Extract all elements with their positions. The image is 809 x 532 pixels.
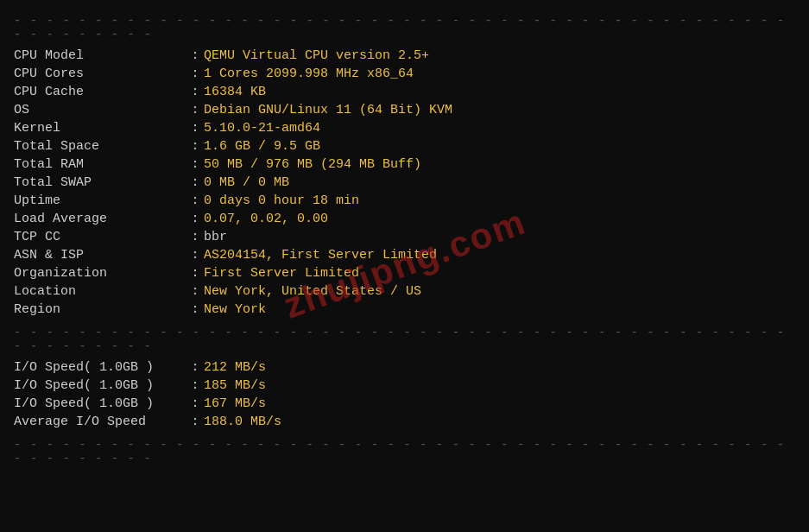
row-value: Debian GNU/Linux 11 (64 Bit) KVM — [204, 101, 795, 119]
row-label: CPU Model — [14, 47, 186, 65]
row-colon: : — [186, 228, 204, 246]
table-row: Region:New York — [14, 301, 795, 319]
row-value: 1 Cores 2099.998 MHz x86_64 — [204, 65, 795, 83]
table-row: Organization:First Server Limited — [14, 264, 795, 282]
row-label: Organization — [14, 264, 186, 282]
table-row: CPU Cores:1 Cores 2099.998 MHz x86_64 — [14, 65, 795, 83]
row-value: New York — [204, 301, 795, 319]
row-label: Uptime — [14, 192, 186, 210]
row-value: New York, United States / US — [204, 282, 795, 301]
row-label: ASN & ISP — [14, 246, 186, 264]
table-row: ASN & ISP:AS204154, First Server Limited — [14, 246, 795, 264]
io-row-label: Average I/O Speed — [14, 413, 186, 431]
table-row: Kernel:5.10.0-21-amd64 — [14, 119, 795, 137]
io-row-colon: : — [186, 377, 204, 395]
io-row-value: 212 MB/s — [204, 358, 795, 377]
table-row: CPU Cache:16384 KB — [14, 83, 795, 101]
table-row: Total RAM:50 MB / 976 MB (294 MB Buff) — [14, 155, 795, 174]
row-colon: : — [186, 192, 204, 210]
table-row: TCP CC:bbr — [14, 228, 795, 246]
row-value: 50 MB / 976 MB (294 MB Buff) — [204, 155, 795, 174]
row-colon: : — [186, 246, 204, 264]
row-value: 5.10.0-21-amd64 — [204, 119, 795, 137]
row-colon: : — [186, 47, 204, 65]
io-row-colon: : — [186, 413, 204, 431]
io-row: I/O Speed( 1.0GB ):212 MB/s — [14, 358, 795, 377]
io-row-label: I/O Speed( 1.0GB ) — [14, 358, 186, 377]
row-colon: : — [186, 301, 204, 319]
table-row: Load Average:0.07, 0.02, 0.00 — [14, 210, 795, 228]
row-value: bbr — [204, 228, 795, 246]
io-row: I/O Speed( 1.0GB ):185 MB/s — [14, 377, 795, 395]
row-colon: : — [186, 101, 204, 119]
row-label: Load Average — [14, 210, 186, 228]
table-row: CPU Model:QEMU Virtual CPU version 2.5+ — [14, 47, 795, 65]
row-value: 1.6 GB / 9.5 GB — [204, 137, 795, 155]
row-value: First Server Limited — [204, 264, 795, 282]
divider-mid: - - - - - - - - - - - - - - - - - - - - … — [14, 326, 795, 353]
row-label: CPU Cache — [14, 83, 186, 101]
row-label: Total RAM — [14, 155, 186, 174]
row-colon: : — [186, 174, 204, 192]
row-label: Location — [14, 282, 186, 301]
table-row: Total SWAP:0 MB / 0 MB — [14, 174, 795, 192]
row-colon: : — [186, 83, 204, 101]
io-row-colon: : — [186, 358, 204, 377]
row-value: QEMU Virtual CPU version 2.5+ — [204, 47, 795, 65]
row-value: 0 days 0 hour 18 min — [204, 192, 795, 210]
io-row: I/O Speed( 1.0GB ):167 MB/s — [14, 395, 795, 413]
io-row-value: 167 MB/s — [204, 395, 795, 413]
row-label: Total SWAP — [14, 174, 186, 192]
row-colon: : — [186, 119, 204, 137]
row-label: Region — [14, 301, 186, 319]
row-colon: : — [186, 155, 204, 174]
io-row-value: 188.0 MB/s — [204, 413, 795, 431]
io-row-value: 185 MB/s — [204, 377, 795, 395]
row-colon: : — [186, 264, 204, 282]
row-colon: : — [186, 65, 204, 83]
io-row-label: I/O Speed( 1.0GB ) — [14, 377, 186, 395]
table-row: Uptime:0 days 0 hour 18 min — [14, 192, 795, 210]
row-value: AS204154, First Server Limited — [204, 246, 795, 264]
row-label: CPU Cores — [14, 65, 186, 83]
row-label: Kernel — [14, 119, 186, 137]
io-row-colon: : — [186, 395, 204, 413]
row-label: OS — [14, 101, 186, 119]
row-label: Total Space — [14, 137, 186, 155]
system-info-table: CPU Model:QEMU Virtual CPU version 2.5+C… — [14, 47, 795, 319]
io-row-label: I/O Speed( 1.0GB ) — [14, 395, 186, 413]
divider-top: - - - - - - - - - - - - - - - - - - - - … — [14, 14, 795, 41]
row-value: 0 MB / 0 MB — [204, 174, 795, 192]
table-row: Location:New York, United States / US — [14, 282, 795, 301]
divider-bottom: - - - - - - - - - - - - - - - - - - - - … — [14, 438, 795, 466]
table-row: OS:Debian GNU/Linux 11 (64 Bit) KVM — [14, 101, 795, 119]
row-colon: : — [186, 210, 204, 228]
row-label: TCP CC — [14, 228, 186, 246]
row-colon: : — [186, 282, 204, 301]
row-colon: : — [186, 137, 204, 155]
row-value: 16384 KB — [204, 83, 795, 101]
table-row: Total Space:1.6 GB / 9.5 GB — [14, 137, 795, 155]
io-speed-table: I/O Speed( 1.0GB ):212 MB/sI/O Speed( 1.… — [14, 358, 795, 431]
row-value: 0.07, 0.02, 0.00 — [204, 210, 795, 228]
io-row: Average I/O Speed:188.0 MB/s — [14, 413, 795, 431]
